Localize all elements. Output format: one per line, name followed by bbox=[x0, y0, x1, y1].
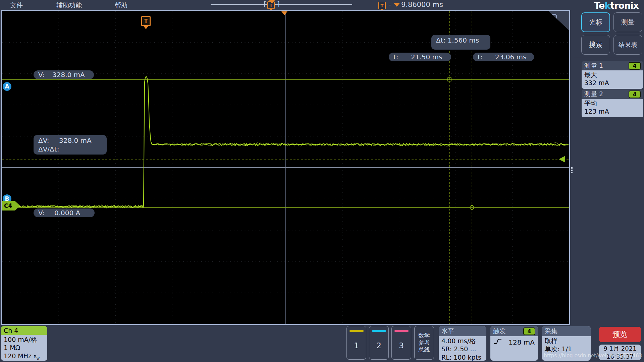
measurement-1-badge[interactable]: 测量 1 4 最大332 mA bbox=[582, 61, 643, 89]
delta-v-readout[interactable]: ΔV:328.0 mA ΔV/Δt: bbox=[34, 135, 107, 155]
trigger-position-marker-icon bbox=[281, 11, 287, 15]
waveform-display: T V: 328.0 mA A ΔV:328.0 mA ΔV/Δt: Δt: 1… bbox=[1, 10, 570, 325]
menu-help[interactable]: 帮助 bbox=[115, 1, 127, 10]
trigger-position-slider[interactable] bbox=[211, 4, 352, 5]
cursor-b-amplitude-readout[interactable]: V: 0.000 A bbox=[34, 208, 95, 217]
channel-2-button[interactable]: 2 bbox=[369, 326, 389, 360]
trigger-source-badge: 4 bbox=[523, 327, 535, 335]
tektronix-logo: Tektronix bbox=[594, 0, 639, 11]
cursor-a-marker[interactable]: A bbox=[3, 82, 11, 91]
horizontal-badge[interactable]: 水平 4.00 ms/格 SR: 2.50 ... RL: 100 kpts bbox=[439, 326, 486, 361]
trigger-level-arrow-icon[interactable] bbox=[559, 156, 565, 163]
measurement-2-source-badge: 4 bbox=[629, 90, 641, 98]
cursor-a-amplitude-readout[interactable]: V: 328.0 mA bbox=[34, 70, 94, 79]
channel-1-button[interactable]: 1 bbox=[346, 326, 366, 360]
menu-bar: 文件 辅助功能 帮助 [ ] T T - 9.86000 ms Tektroni… bbox=[0, 0, 644, 10]
menu-file[interactable]: 文件 bbox=[10, 1, 23, 10]
math-ref-bus-button[interactable]: 数学 参考 总线 bbox=[414, 326, 434, 360]
cursor-t2-readout[interactable]: t: 23.06 ms bbox=[473, 53, 534, 61]
measurement-1-source-badge: 4 bbox=[629, 62, 641, 70]
watermark: https://blog.csdn.net/weixin_40777463 bbox=[544, 353, 642, 359]
trigger-badge[interactable]: 触发 4 128 mA bbox=[490, 326, 538, 361]
waveform-trace bbox=[3, 206, 144, 207]
search-button[interactable]: 搜索 bbox=[581, 35, 610, 55]
panel-drag-handle[interactable] bbox=[571, 166, 573, 174]
measure-button[interactable]: 测量 bbox=[613, 12, 642, 32]
rising-edge-icon bbox=[494, 338, 502, 345]
measurement-2-badge[interactable]: 测量 2 4 平均123 mA bbox=[582, 89, 643, 117]
trigger-slider-arrow-icon bbox=[269, 0, 275, 4]
pulse-edge bbox=[144, 77, 152, 206]
cursor-t1-readout[interactable]: t: 21.50 ms bbox=[389, 53, 451, 61]
delay-t-icon: T bbox=[378, 2, 386, 9]
trigger-delay-readout: 9.86000 ms bbox=[401, 1, 443, 9]
bandwidth-limit-tag: BW bbox=[34, 354, 40, 359]
delay-minus: - bbox=[388, 1, 391, 9]
sidebar-separator bbox=[574, 57, 641, 57]
channel-3-button[interactable]: 3 bbox=[391, 326, 411, 360]
delay-arrow-icon bbox=[394, 3, 400, 7]
oscilloscope-screen: 文件 辅助功能 帮助 [ ] T T - 9.86000 ms Tektroni… bbox=[0, 0, 644, 362]
preview-button[interactable]: 预览 bbox=[599, 327, 641, 342]
channel-4-badge[interactable]: Ch 4 100 mA/格 1 MΩ 120 MHz BW bbox=[1, 326, 47, 361]
slider-bracket-left: [ bbox=[264, 0, 266, 8]
waveform-trace bbox=[152, 144, 569, 145]
slider-bracket-right: ] bbox=[277, 0, 280, 8]
results-table-button[interactable]: 结果表 bbox=[613, 35, 642, 55]
delta-t-readout[interactable]: Δt: 1.560 ms bbox=[431, 35, 490, 50]
trigger-point-flag[interactable]: T bbox=[141, 16, 151, 29]
cursors-button[interactable]: 光标 bbox=[581, 12, 610, 32]
menu-utility[interactable]: 辅助功能 bbox=[56, 1, 82, 10]
